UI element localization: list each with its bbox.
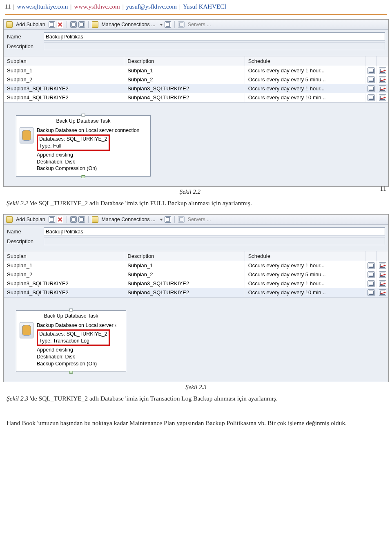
separator (67, 216, 67, 223)
remove-schedule-button-icon[interactable] (379, 76, 386, 83)
name-input[interactable] (44, 32, 385, 40)
link-sqlturkiye[interactable]: www.sqlturkiye.com (17, 3, 68, 10)
remove-schedule-button-icon[interactable] (379, 280, 386, 287)
schedule-button-icon[interactable] (368, 262, 375, 269)
database-icon (20, 127, 33, 143)
cell-description[interactable]: Subplan_1 (124, 261, 245, 270)
cell-subplan[interactable]: Subplan3_SQLTURKIYE2 (4, 279, 124, 288)
cell-schedule[interactable]: Occurs every day every 1 hour... (245, 66, 365, 75)
table-row[interactable]: Subplan_1Subplan_1Occurs every day every… (4, 261, 388, 270)
cell-schedule[interactable]: Occurs every day every 1 hour... (245, 279, 365, 288)
subplan-properties-icon[interactable] (49, 216, 55, 223)
cell-description[interactable]: Subplan_2 (124, 75, 245, 84)
subplan-properties-icon[interactable] (49, 21, 55, 28)
cell-schedule[interactable]: Occurs every day every 5 minu... (245, 270, 365, 279)
remove-schedule-button-icon[interactable] (379, 67, 386, 74)
cell-schedule[interactable]: Occurs every day every 10 min... (245, 288, 365, 297)
schedule-icon[interactable] (70, 21, 77, 28)
connector-out-icon[interactable] (69, 371, 73, 374)
email[interactable]: yusuf@ysfkhvc.com (126, 3, 177, 10)
add-subplan-icon[interactable] (6, 21, 13, 28)
schedule-button-icon[interactable] (368, 67, 375, 74)
cell-description[interactable]: Subplan3_SQLTURKIYE2 (124, 84, 245, 93)
schedule-icon[interactable] (70, 216, 77, 223)
delete-subplan-icon[interactable] (57, 216, 63, 223)
table-row[interactable]: Subplan_2Subplan_2Occurs every day every… (4, 270, 388, 279)
remove-schedule-button-icon[interactable] (379, 271, 386, 278)
description-input[interactable] (44, 42, 385, 50)
figure-caption: Şekil 2.2 (0, 188, 392, 195)
remove-schedule-icon[interactable] (78, 216, 85, 223)
cell-schedule[interactable]: Occurs every day every 10 min... (245, 93, 365, 102)
connector-in-icon[interactable] (69, 309, 73, 311)
remove-schedule-icon[interactable] (78, 21, 85, 28)
toolbar: Add Subplan Manage Connections ... Serve… (4, 215, 388, 225)
table-row[interactable]: Subplan4_SQLTURKIYE2Subplan4_SQLTURKIYE2… (4, 288, 388, 297)
cell-schedule[interactable]: Occurs every day every 1 hour... (245, 84, 365, 93)
manage-connections-button[interactable]: Manage Connections ... (100, 217, 157, 222)
cell-description[interactable]: Subplan4_SQLTURKIYE2 (124, 93, 245, 102)
cell-schedule[interactable]: Occurs every day every 5 minu... (245, 75, 365, 84)
col-description[interactable]: Description (124, 251, 245, 261)
add-subplan-button[interactable]: Add Subplan (14, 22, 47, 27)
backup-task-box[interactable]: Back Up Database Task Backup Database on… (16, 310, 126, 372)
task-details: Backup Database on Local server ‹ Databa… (37, 322, 116, 367)
link-ysfkhvc[interactable]: www.ysfkhvc.com (74, 3, 120, 10)
backup-task-box[interactable]: Back Up Database Task Backup Database on… (16, 115, 151, 177)
col-schedule[interactable]: Schedule (245, 56, 365, 66)
remove-schedule-button-icon[interactable] (379, 85, 386, 92)
schedule-button-icon[interactable] (368, 280, 375, 287)
manage-connections-button[interactable]: Manage Connections ... (100, 22, 157, 27)
manage-connections-icon[interactable] (92, 216, 98, 223)
add-subplan-icon[interactable] (6, 216, 13, 223)
cell-subplan[interactable]: Subplan_2 (4, 270, 124, 279)
cell-subplan[interactable]: Subplan4_SQLTURKIYE2 (4, 93, 124, 102)
table-row[interactable]: Subplan3_SQLTURKIYE2Subplan3_SQLTURKIYE2… (4, 84, 388, 93)
chevron-down-icon[interactable] (160, 24, 163, 26)
cell-description[interactable]: Subplan_1 (124, 66, 245, 75)
cell-description[interactable]: Subplan4_SQLTURKIYE2 (124, 288, 245, 297)
cell-subplan[interactable]: Subplan_2 (4, 75, 124, 84)
remove-schedule-button-icon[interactable] (379, 94, 386, 101)
name-input[interactable] (44, 227, 385, 235)
designer-area[interactable]: Back Up Database Task Backup Database on… (4, 108, 388, 186)
schedule-button-icon[interactable] (368, 289, 375, 296)
description-input[interactable] (44, 237, 385, 245)
delete-subplan-icon[interactable] (57, 21, 63, 28)
chevron-down-icon[interactable] (160, 219, 163, 221)
schedule-button-icon[interactable] (368, 271, 375, 278)
cell-subplan[interactable]: Subplan_1 (4, 261, 124, 270)
table-row[interactable]: Subplan3_SQLTURKIYE2Subplan3_SQLTURKIYE2… (4, 279, 388, 288)
plan-form: Name Description (4, 225, 388, 251)
remove-schedule-button-icon[interactable] (379, 289, 386, 296)
table-row[interactable]: Subplan_1Subplan_1Occurs every day every… (4, 66, 388, 75)
schedule-button-icon[interactable] (368, 76, 375, 83)
task-details: Backup Database on Local server connecti… (37, 127, 140, 172)
col-subplan[interactable]: Subplan (4, 56, 124, 66)
reporting-icon[interactable] (165, 216, 171, 223)
table-row[interactable]: Subplan4_SQLTURKIYE2Subplan4_SQLTURKIYE2… (4, 93, 388, 102)
schedule-button-icon[interactable] (368, 85, 375, 92)
reporting-icon[interactable] (165, 21, 171, 28)
table-row[interactable]: Subplan_2Subplan_2Occurs every day every… (4, 75, 388, 84)
highlight-box: Databases: SQL_TURKIYE_2 Type: Transacti… (37, 329, 110, 346)
add-subplan-button[interactable]: Add Subplan (14, 217, 47, 222)
task-databases: Databases: SQL_TURKIYE_2 (39, 136, 107, 143)
schedule-button-icon[interactable] (368, 94, 375, 101)
col-schedule[interactable]: Schedule (245, 251, 365, 261)
cell-subplan[interactable]: Subplan_1 (4, 66, 124, 75)
col-subplan[interactable]: Subplan (4, 251, 124, 261)
connector-in-icon[interactable] (82, 114, 85, 116)
servers-icon (178, 21, 185, 28)
manage-connections-icon[interactable] (92, 21, 98, 28)
remove-schedule-button-icon[interactable] (379, 262, 386, 269)
cell-subplan[interactable]: Subplan4_SQLTURKIYE2 (4, 288, 124, 297)
cell-description[interactable]: Subplan3_SQLTURKIYE2 (124, 279, 245, 288)
cell-description[interactable]: Subplan_2 (124, 270, 245, 279)
cell-subplan[interactable]: Subplan3_SQLTURKIYE2 (4, 84, 124, 93)
designer-area[interactable]: Back Up Database Task Backup Database on… (4, 303, 388, 381)
col-btn1 (365, 251, 377, 261)
connector-out-icon[interactable] (82, 175, 85, 178)
col-description[interactable]: Description (124, 56, 245, 66)
cell-schedule[interactable]: Occurs every day every 1 hour... (245, 261, 365, 270)
